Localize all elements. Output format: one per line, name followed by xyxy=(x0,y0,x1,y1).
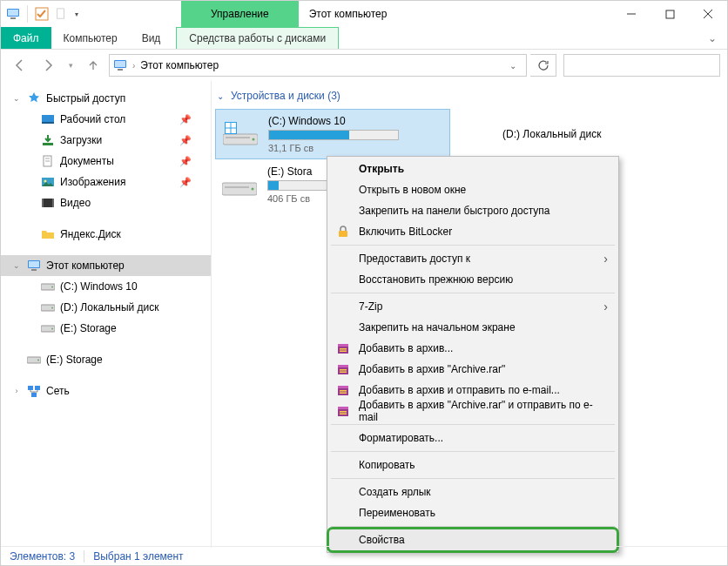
ctx-format[interactable]: Форматировать... xyxy=(329,428,617,448)
tree-label: (D:) Локальный диск xyxy=(60,301,211,313)
svg-rect-4 xyxy=(57,9,64,18)
tree-desktop[interactable]: Рабочий стол📌 xyxy=(1,109,211,130)
tab-drive-tools[interactable]: Средства работы с дисками xyxy=(176,27,339,49)
ribbon-context-title: Управление xyxy=(181,1,299,27)
ctx-rar-mail[interactable]: Добавить в архив и отправить по e-mail..… xyxy=(329,380,617,401)
video-icon xyxy=(41,196,55,210)
tree-drive-d[interactable]: (D:) Локальный диск xyxy=(1,297,211,318)
ctx-open-new-window[interactable]: Открыть в новом окне xyxy=(329,179,617,200)
svg-rect-2 xyxy=(10,17,16,19)
drive-icon xyxy=(455,117,494,152)
back-button[interactable] xyxy=(8,53,32,77)
svg-rect-10 xyxy=(115,61,125,67)
svg-point-29 xyxy=(51,307,53,309)
qat-dropdown[interactable]: ▾ xyxy=(73,10,80,18)
ctx-rar-add[interactable]: Добавить в архив... xyxy=(329,338,617,359)
maximize-button[interactable] xyxy=(650,1,689,27)
tab-file[interactable]: Файл xyxy=(1,27,51,49)
titlebar: ▾ Управление Этот компьютер xyxy=(1,1,727,27)
tree-label: Загрузки xyxy=(60,134,174,146)
chevron-right-icon[interactable]: › xyxy=(11,387,22,395)
address-bar[interactable]: › Этот компьютер ⌄ xyxy=(109,54,527,77)
doc-icon[interactable] xyxy=(54,7,68,21)
ctx-restore-version[interactable]: Восстановить прежнюю версию xyxy=(329,269,617,290)
ctx-rar-mail-name[interactable]: Добавить в архив "Archive.rar" и отправи… xyxy=(329,401,617,421)
svg-point-33 xyxy=(37,360,39,361)
svg-rect-24 xyxy=(29,261,39,267)
ctx-open[interactable]: Открыть xyxy=(329,158,617,179)
svg-rect-62 xyxy=(338,407,348,409)
up-button[interactable] xyxy=(81,53,105,77)
svg-rect-64 xyxy=(340,414,347,415)
documents-icon xyxy=(41,154,55,168)
separator xyxy=(27,5,28,23)
chevron-down-icon[interactable]: ⌄ xyxy=(11,94,22,103)
tree-drive-c[interactable]: (C:) Windows 10 xyxy=(1,276,211,297)
search-input[interactable] xyxy=(563,54,720,77)
ctx-pin-start[interactable]: Закрепить на начальном экране xyxy=(329,317,617,338)
tree-drive-e[interactable]: (E:) Storage xyxy=(1,318,211,339)
ctx-rar-add-name[interactable]: Добавить в архив "Archive.rar" xyxy=(329,359,617,380)
drive-icon xyxy=(41,280,55,293)
tree-downloads[interactable]: Загрузки📌 xyxy=(1,130,211,151)
refresh-button[interactable] xyxy=(530,54,556,77)
ribbon-tabs: Файл Компьютер Вид Средства работы с дис… xyxy=(1,27,727,50)
chevron-down-icon[interactable]: ⌄ xyxy=(11,261,22,270)
navigation-tree: ⌄ Быстрый доступ Рабочий стол📌 Загрузки📌… xyxy=(1,81,212,548)
ctx-rename[interactable]: Переименовать xyxy=(329,502,617,523)
ctx-share[interactable]: Предоставить доступ к xyxy=(329,248,617,269)
svg-rect-25 xyxy=(31,269,37,271)
tree-yandex-disk[interactable]: Яндекс.Диск xyxy=(1,224,211,245)
winrar-icon xyxy=(334,360,352,378)
status-item-count: Элементов: 3 xyxy=(10,550,84,563)
svg-rect-20 xyxy=(42,199,54,207)
recent-dropdown[interactable]: ▾ xyxy=(64,53,78,77)
drive-c[interactable]: (C:) Windows 10 31,1 ГБ св xyxy=(215,109,450,159)
address-row: ▾ › Этот компьютер ⌄ xyxy=(1,50,727,81)
svg-rect-56 xyxy=(340,372,347,374)
group-header-devices[interactable]: ⌄ Устройства и диски (3) xyxy=(215,88,724,109)
checkbox-icon[interactable] xyxy=(35,7,49,21)
pc-icon xyxy=(113,58,127,72)
tree-quick-access[interactable]: ⌄ Быстрый доступ xyxy=(1,88,211,109)
svg-rect-11 xyxy=(118,69,123,71)
ctx-create-shortcut[interactable]: Создать ярлык xyxy=(329,482,617,502)
svg-rect-21 xyxy=(42,199,44,207)
tree-label: Быстрый доступ xyxy=(46,92,211,104)
tree-network[interactable]: ›Сеть xyxy=(1,381,211,401)
tab-computer[interactable]: Компьютер xyxy=(51,27,130,49)
ribbon-expand[interactable]: ⌄ xyxy=(698,27,727,49)
svg-rect-13 xyxy=(42,122,54,124)
breadcrumb[interactable]: Этот компьютер xyxy=(140,59,219,71)
svg-rect-36 xyxy=(31,393,37,397)
tree-label: (C:) Windows 10 xyxy=(60,280,211,293)
tab-view[interactable]: Вид xyxy=(130,27,173,49)
minimize-button[interactable] xyxy=(612,1,650,27)
svg-rect-51 xyxy=(340,348,347,350)
svg-rect-22 xyxy=(52,199,54,207)
svg-rect-52 xyxy=(340,351,347,353)
svg-rect-41 xyxy=(226,123,231,128)
chevron-right-icon: › xyxy=(132,61,135,71)
ctx-bitlocker[interactable]: Включить BitLocker xyxy=(329,221,617,242)
tree-label: Документы xyxy=(60,155,174,167)
ctx-7zip[interactable]: 7-Zip xyxy=(329,296,617,317)
winrar-icon xyxy=(334,402,352,420)
svg-rect-54 xyxy=(338,365,348,367)
ctx-pin-quick-access[interactable]: Закрепить на панели быстрого доступа xyxy=(329,200,617,221)
address-dropdown[interactable]: ⌄ xyxy=(503,61,522,71)
ctx-copy[interactable]: Копировать xyxy=(329,455,617,475)
svg-rect-59 xyxy=(340,390,347,392)
tree-drive-e2[interactable]: (E:) Storage xyxy=(1,349,211,370)
svg-point-47 xyxy=(252,188,254,191)
tree-video[interactable]: Видео xyxy=(1,192,211,213)
tree-this-pc[interactable]: ⌄Этот компьютер xyxy=(1,255,211,276)
drive-d[interactable]: (D:) Локальный диск xyxy=(450,109,685,159)
close-button[interactable] xyxy=(689,1,727,27)
tree-documents[interactable]: Документы📌 xyxy=(1,151,211,172)
svg-rect-44 xyxy=(232,129,237,134)
forward-button[interactable] xyxy=(36,53,60,77)
svg-rect-42 xyxy=(232,123,237,128)
svg-point-39 xyxy=(253,138,255,141)
tree-pictures[interactable]: Изображения📌 xyxy=(1,172,211,192)
